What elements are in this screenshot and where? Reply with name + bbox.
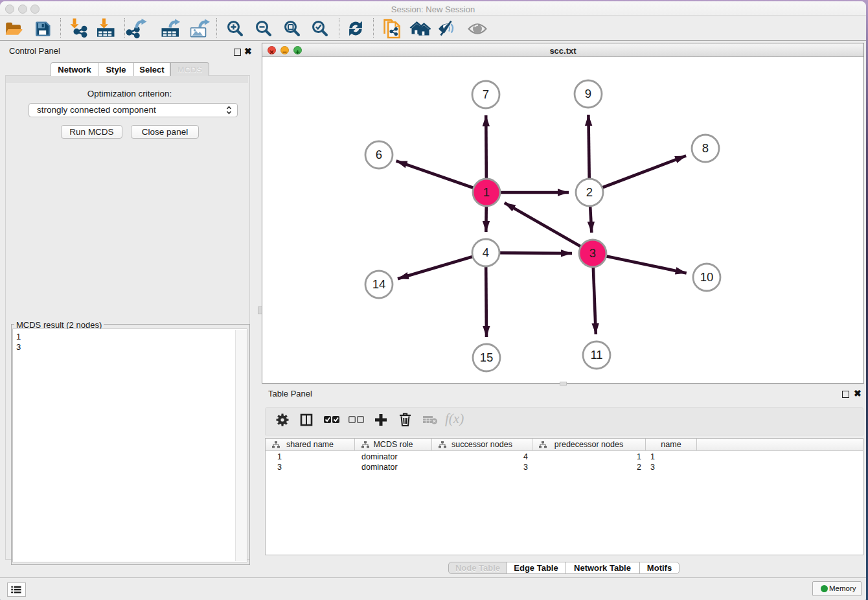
svg-text:9: 9 bbox=[585, 87, 591, 100]
svg-text:1: 1 bbox=[483, 185, 490, 199]
svg-text:14: 14 bbox=[372, 277, 386, 291]
svg-text:10: 10 bbox=[700, 270, 714, 284]
svg-text:15: 15 bbox=[480, 351, 494, 364]
svg-text:3: 3 bbox=[589, 246, 596, 260]
svg-text:7: 7 bbox=[483, 87, 489, 101]
svg-text:6: 6 bbox=[376, 148, 382, 161]
svg-text:8: 8 bbox=[702, 141, 709, 155]
svg-text:11: 11 bbox=[590, 348, 602, 362]
svg-text:2: 2 bbox=[586, 185, 593, 199]
svg-text:4: 4 bbox=[483, 246, 489, 259]
